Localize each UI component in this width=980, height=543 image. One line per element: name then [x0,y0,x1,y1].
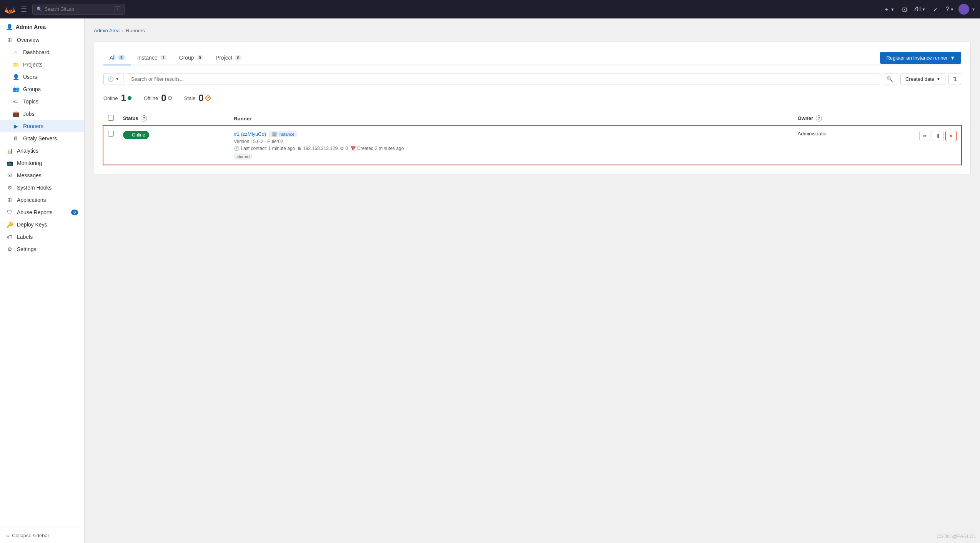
breadcrumb-parent[interactable]: Admin Area [94,28,120,33]
grid-icon: ⊞ [6,37,13,43]
runner-info-cell: #1 (zzMiyuCo) 🏢 Instance Version 15.6.2 … [229,126,793,165]
runners-tabs: All 1 Instance 1 Group 0 Project 0 Regi [103,51,961,65]
sidebar-item-jobs[interactable]: 💼 Jobs [0,108,84,120]
main-content: Admin Area › Runners All 1 Instance 1 Gr… [85,18,980,543]
filter-search-button[interactable]: 🔍 [883,73,897,85]
filter-search-input[interactable] [126,73,880,85]
runner-action-buttons: ✏ ⏸ ✕ [919,131,957,141]
instance-icon: 🏢 [272,132,277,137]
apps-icon: ⊞ [6,197,13,203]
runner-stats: Online 1 Offline 0 Stale 0 [103,93,961,103]
sidebar-item-settings[interactable]: ⚙ Settings [0,243,84,255]
jobs-icon: ⚙ [340,146,344,151]
collapse-sidebar-button[interactable]: « Collapse sidebar [6,533,49,538]
sidebar-item-system-hooks[interactable]: ⚙ System Hooks [0,182,84,194]
dropdown-chevron-icon: ▼ [950,55,955,61]
col-status: Status ? [118,111,229,126]
sidebar-item-users[interactable]: 👤 Users [0,71,84,83]
sidebar-item-monitoring[interactable]: 📺 Monitoring [0,157,84,169]
filter-bar: 🕐 ▼ 🔍 Created date ▼ ⇅ [103,73,961,85]
user-icon: 👤 [12,74,19,80]
search-icon: 🔍 [887,76,893,82]
tab-all-count: 1 [118,55,125,60]
edit-runner-button[interactable]: ✏ [919,131,930,141]
sidebar-item-projects[interactable]: 📁 Projects [0,58,84,71]
col-runner: Runner [229,111,793,126]
sidebar-item-abuse-reports[interactable]: 🛡 Abuse Reports 0 [0,206,84,218]
sidebar-footer: « Collapse sidebar [0,528,84,543]
issues-button[interactable]: ⊡ [899,3,910,15]
gitlab-logo[interactable] [5,4,15,15]
tab-instance[interactable]: Instance 1 [131,51,173,65]
help-button[interactable]: ? ▼ [943,3,957,15]
sidebar-item-topics[interactable]: 🏷 Topics [0,95,84,108]
col-actions [915,111,961,126]
sort-dropdown-button[interactable]: Created date ▼ [900,73,945,85]
tab-all[interactable]: All 1 [103,51,131,65]
sidebar-item-labels[interactable]: 🏷 Labels [0,231,84,243]
sidebar-item-applications[interactable]: ⊞ Applications [0,194,84,206]
register-instance-runner-button[interactable]: Register an instance runner ▼ [880,52,961,64]
runner-details: 🕐 Last contact: 1 minute ago 🖥 192.168.2… [234,146,788,151]
stat-online: Online 1 [103,93,131,103]
runner-actions-cell: ✏ ⏸ ✕ [915,126,961,165]
select-all-checkbox[interactable] [108,115,114,121]
breadcrumb: Admin Area › Runners [94,28,971,33]
status-badge: Online [123,131,149,139]
users-icon: 👥 [12,86,19,92]
runner-icon: ▶ [12,123,19,129]
runner-status-cell: Online [118,126,229,165]
sidebar-item-analytics[interactable]: 📊 Analytics [0,145,84,157]
offline-status-dot [168,96,172,100]
briefcase-icon: 💼 [12,111,19,117]
tab-project[interactable]: Project 0 [210,51,248,65]
sort-chevron-icon: ▼ [937,77,940,81]
sidebar-item-gitaly-servers[interactable]: 🖥 Gitaly Servers [0,132,84,145]
pause-runner-button[interactable]: ⏸ [932,131,944,141]
runner-owner-cell: Administrator [793,126,915,165]
search-placeholder-text: Search GitLab [45,7,74,12]
online-status-dot [128,96,131,100]
menu-toggle-button[interactable]: ☰ [18,3,29,15]
runners-table: Status ? Runner Owner ? [103,111,961,165]
todos-button[interactable]: ✓ [930,3,941,15]
sidebar-item-messages[interactable]: ✉ Messages [0,169,84,182]
sidebar-item-dashboard[interactable]: ⌂ Dashboard [0,46,84,58]
owner-help-icon[interactable]: ? [816,115,822,122]
status-dot [127,133,130,137]
sidebar-item-deploy-keys[interactable]: 🔑 Deploy Keys [0,218,84,231]
status-help-icon[interactable]: ? [141,115,147,122]
runner-name-link[interactable]: #1 (zzMiyuCo) [234,131,266,137]
runner-jobs: ⚙ 0 [340,146,348,151]
sidebar-item-runners[interactable]: ▶ Runners [0,120,84,132]
shield-icon: 🛡 [6,209,13,215]
server-icon: 🖥 [12,135,19,142]
watermark: CSDN @PABLO1 [937,533,976,539]
sidebar: 👤 Admin Area ⊞ Overview ⌂ Dashboard 📁 Pr… [0,18,85,543]
sidebar-item-groups[interactable]: 👥 Groups [0,83,84,95]
stat-stale: Stale 0 ⟳ [184,93,211,103]
runner-ip: 🖥 192.168.213.129 [297,146,338,151]
merge-requests-button[interactable]: ⛙ ▼ [912,3,928,15]
table-row: Online #1 (zzMiyuCo) 🏢 Instance [103,126,961,165]
tab-group[interactable]: Group 0 [173,51,210,65]
user-avatar-button[interactable] [958,4,969,15]
sort-order-button[interactable]: ⇅ [948,73,961,85]
global-search-box[interactable]: 🔍 Search GitLab / [32,4,125,15]
abuse-reports-badge: 0 [71,210,78,215]
clock-icon: 🕐 [234,146,240,151]
delete-runner-button[interactable]: ✕ [945,131,957,141]
search-shortcut: / [115,6,120,12]
sort-order-icon: ⇅ [953,76,957,82]
chart-icon: 📊 [6,148,13,154]
monitor-icon: 📺 [6,160,13,166]
sidebar-item-overview[interactable]: ⊞ Overview [0,34,84,46]
stale-status-dot: ⟳ [205,95,211,101]
runner-tags: shared [234,153,788,160]
col-owner: Owner ? [793,111,915,126]
filter-history-button[interactable]: 🕐 ▼ [103,73,123,85]
row-checkbox[interactable] [108,131,114,137]
search-icon: 🔍 [37,7,42,12]
runner-created: 📅 Created 2 minutes ago [350,146,404,151]
create-new-button[interactable]: ＋ ▼ [880,3,897,16]
